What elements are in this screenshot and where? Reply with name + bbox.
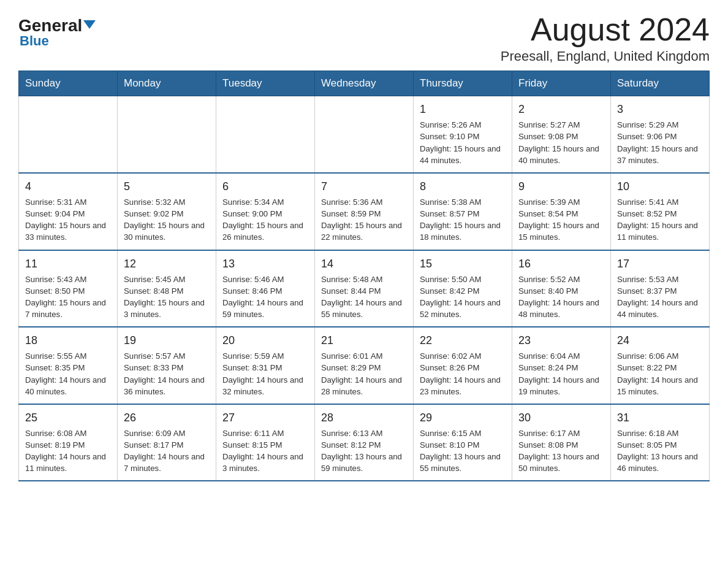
calendar-table: SundayMondayTuesdayWednesdayThursdayFrid… [18,71,710,481]
weekday-header-thursday: Thursday [414,71,512,96]
day-info: Sunrise: 5:26 AM Sunset: 9:10 PM Dayligh… [420,119,506,166]
calendar-cell: 11Sunrise: 5:43 AM Sunset: 8:50 PM Dayli… [19,250,118,327]
weekday-header-wednesday: Wednesday [315,71,414,96]
day-info: Sunrise: 5:52 AM Sunset: 8:40 PM Dayligh… [518,274,604,321]
day-number: 20 [222,332,308,348]
calendar-cell: 23Sunrise: 6:04 AM Sunset: 8:24 PM Dayli… [512,327,611,404]
title-block: August 2024 Preesall, England, United Ki… [501,12,710,64]
calendar-week-2: 4Sunrise: 5:31 AM Sunset: 9:04 PM Daylig… [19,173,710,250]
calendar-cell: 15Sunrise: 5:50 AM Sunset: 8:42 PM Dayli… [414,250,512,327]
calendar-cell: 31Sunrise: 6:18 AM Sunset: 8:05 PM Dayli… [611,404,710,481]
day-number: 26 [124,410,210,426]
calendar-cell: 9Sunrise: 5:39 AM Sunset: 8:54 PM Daylig… [512,173,611,250]
calendar-cell: 19Sunrise: 5:57 AM Sunset: 8:33 PM Dayli… [118,327,216,404]
day-info: Sunrise: 5:50 AM Sunset: 8:42 PM Dayligh… [420,274,506,321]
day-number: 24 [617,332,703,348]
day-info: Sunrise: 5:43 AM Sunset: 8:50 PM Dayligh… [25,274,111,321]
calendar-cell: 4Sunrise: 5:31 AM Sunset: 9:04 PM Daylig… [19,173,118,250]
calendar-cell: 1Sunrise: 5:26 AM Sunset: 9:10 PM Daylig… [414,96,512,173]
calendar-cell [19,96,118,173]
calendar-cell: 20Sunrise: 5:59 AM Sunset: 8:31 PM Dayli… [216,327,315,404]
day-info: Sunrise: 5:31 AM Sunset: 9:04 PM Dayligh… [25,196,111,243]
logo-general: General [18,17,96,34]
calendar-cell: 27Sunrise: 6:11 AM Sunset: 8:15 PM Dayli… [216,404,315,481]
calendar-cell: 29Sunrise: 6:15 AM Sunset: 8:10 PM Dayli… [414,404,512,481]
calendar-week-1: 1Sunrise: 5:26 AM Sunset: 9:10 PM Daylig… [19,96,710,173]
calendar-cell: 13Sunrise: 5:46 AM Sunset: 8:46 PM Dayli… [216,250,315,327]
weekday-header-friday: Friday [512,71,611,96]
day-number: 6 [222,178,308,194]
calendar-cell: 30Sunrise: 6:17 AM Sunset: 8:08 PM Dayli… [512,404,611,481]
day-number: 3 [617,101,703,117]
calendar-cell: 22Sunrise: 6:02 AM Sunset: 8:26 PM Dayli… [414,327,512,404]
day-number: 14 [321,256,407,272]
calendar-cell [216,96,315,173]
calendar-cell: 6Sunrise: 5:34 AM Sunset: 9:00 PM Daylig… [216,173,315,250]
day-info: Sunrise: 6:09 AM Sunset: 8:17 PM Dayligh… [124,427,210,475]
calendar-cell: 25Sunrise: 6:08 AM Sunset: 8:19 PM Dayli… [19,404,118,481]
calendar-cell: 24Sunrise: 6:06 AM Sunset: 8:22 PM Dayli… [611,327,710,404]
day-info: Sunrise: 5:55 AM Sunset: 8:35 PM Dayligh… [25,350,111,397]
day-number: 13 [222,256,308,272]
weekday-header-saturday: Saturday [611,71,710,96]
day-info: Sunrise: 5:34 AM Sunset: 9:00 PM Dayligh… [222,196,308,243]
subtitle: Preesall, England, United Kingdom [501,48,710,64]
day-number: 7 [321,178,407,194]
day-info: Sunrise: 5:41 AM Sunset: 8:52 PM Dayligh… [617,196,703,243]
day-number: 8 [420,178,506,194]
day-info: Sunrise: 5:32 AM Sunset: 9:02 PM Dayligh… [124,196,210,243]
day-info: Sunrise: 5:36 AM Sunset: 8:59 PM Dayligh… [321,196,407,243]
day-number: 21 [321,332,407,348]
day-info: Sunrise: 6:13 AM Sunset: 8:12 PM Dayligh… [321,427,407,475]
day-info: Sunrise: 5:27 AM Sunset: 9:08 PM Dayligh… [518,119,604,166]
day-number: 2 [518,101,604,117]
day-info: Sunrise: 6:01 AM Sunset: 8:29 PM Dayligh… [321,350,407,397]
calendar-cell: 10Sunrise: 5:41 AM Sunset: 8:52 PM Dayli… [611,173,710,250]
calendar-cell: 8Sunrise: 5:38 AM Sunset: 8:57 PM Daylig… [414,173,512,250]
calendar-cell: 3Sunrise: 5:29 AM Sunset: 9:06 PM Daylig… [611,96,710,173]
day-info: Sunrise: 6:11 AM Sunset: 8:15 PM Dayligh… [222,427,308,475]
day-info: Sunrise: 5:53 AM Sunset: 8:37 PM Dayligh… [617,274,703,321]
calendar-cell: 17Sunrise: 5:53 AM Sunset: 8:37 PM Dayli… [611,250,710,327]
day-info: Sunrise: 5:45 AM Sunset: 8:48 PM Dayligh… [124,274,210,321]
weekday-header-sunday: Sunday [19,71,118,96]
day-number: 9 [518,178,604,194]
day-number: 16 [518,256,604,272]
logo-blue: Blue [20,33,49,49]
day-info: Sunrise: 5:59 AM Sunset: 8:31 PM Dayligh… [222,350,308,397]
weekday-header-monday: Monday [118,71,216,96]
day-info: Sunrise: 6:06 AM Sunset: 8:22 PM Dayligh… [617,350,703,397]
day-info: Sunrise: 6:17 AM Sunset: 8:08 PM Dayligh… [518,427,604,475]
logo-triangle-icon [83,20,96,29]
day-info: Sunrise: 6:18 AM Sunset: 8:05 PM Dayligh… [617,427,703,475]
day-number: 4 [25,178,111,194]
day-number: 31 [617,410,703,426]
calendar-cell [315,96,414,173]
page-header: General Blue August 2024 Preesall, Engla… [18,12,710,64]
calendar-cell: 5Sunrise: 5:32 AM Sunset: 9:02 PM Daylig… [118,173,216,250]
day-info: Sunrise: 5:46 AM Sunset: 8:46 PM Dayligh… [222,274,308,321]
day-info: Sunrise: 5:57 AM Sunset: 8:33 PM Dayligh… [124,350,210,397]
day-number: 23 [518,332,604,348]
day-number: 18 [25,332,111,348]
day-number: 28 [321,410,407,426]
day-info: Sunrise: 6:02 AM Sunset: 8:26 PM Dayligh… [420,350,506,397]
calendar-cell: 2Sunrise: 5:27 AM Sunset: 9:08 PM Daylig… [512,96,611,173]
calendar-cell: 7Sunrise: 5:36 AM Sunset: 8:59 PM Daylig… [315,173,414,250]
day-number: 30 [518,410,604,426]
calendar-week-4: 18Sunrise: 5:55 AM Sunset: 8:35 PM Dayli… [19,327,710,404]
calendar-cell: 16Sunrise: 5:52 AM Sunset: 8:40 PM Dayli… [512,250,611,327]
weekday-header-tuesday: Tuesday [216,71,315,96]
day-info: Sunrise: 5:39 AM Sunset: 8:54 PM Dayligh… [518,196,604,243]
calendar-cell: 18Sunrise: 5:55 AM Sunset: 8:35 PM Dayli… [19,327,118,404]
day-number: 19 [124,332,210,348]
day-info: Sunrise: 6:15 AM Sunset: 8:10 PM Dayligh… [420,427,506,475]
logo: General Blue [18,17,96,49]
day-number: 15 [420,256,506,272]
day-number: 29 [420,410,506,426]
calendar-cell: 26Sunrise: 6:09 AM Sunset: 8:17 PM Dayli… [118,404,216,481]
main-title: August 2024 [501,12,710,47]
day-number: 27 [222,410,308,426]
day-number: 12 [124,256,210,272]
calendar-cell: 21Sunrise: 6:01 AM Sunset: 8:29 PM Dayli… [315,327,414,404]
